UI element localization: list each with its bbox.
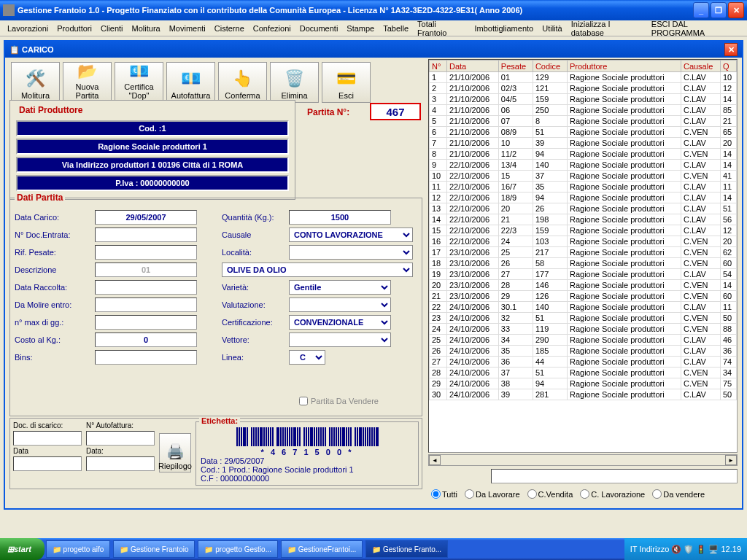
descr-input[interactable] [95,262,197,277]
clock[interactable]: 12.19 [721,545,741,553]
menu-item[interactable]: Clienti [96,23,128,34]
localita-select[interactable] [289,245,413,260]
table-row[interactable]: 2424/10/200633119Ragione Sociale produtt… [430,324,737,335]
minimize-button[interactable]: _ [693,2,709,18]
table-row[interactable]: 1022/10/20061537Ragione Sociale produtto… [430,171,737,182]
data-grid[interactable]: N°DataPesateCodiceProduttoreCausaleQ121/… [428,59,738,453]
taskbar-button[interactable]: 📁 Gestione Franto... [365,540,448,558]
menu-item[interactable]: Totali Frantoio [413,18,470,39]
grid-header[interactable]: Produttore [567,61,681,72]
rif-input[interactable] [95,245,197,260]
toolbar-button[interactable]: 💶Certifica "Dop" [115,62,163,103]
scroll-left-button[interactable]: ◄ [429,455,441,465]
table-row[interactable]: 721/10/20061039Ragione Sociale produttor… [430,138,737,149]
tray-icon[interactable]: 🖥️ [708,545,719,554]
grid-header[interactable]: Pesate [498,61,533,72]
data2-input[interactable] [86,456,155,471]
menu-item[interactable]: Movimenti [165,23,210,34]
ndoc-input[interactable] [95,228,197,242]
riepilogo-button[interactable]: 🖨️Riepilogo [159,433,191,472]
toolbar-button[interactable]: 📂Nuova Partita [63,62,112,103]
system-tray[interactable]: IT Indirizzo 🔇 🛡️ 🚦 🖥️ 12.19 [624,538,747,560]
toolbar-button[interactable]: 🛠️Molitura [11,62,60,103]
tray-icon[interactable]: 🔇 [671,545,681,554]
taskbar-button[interactable]: 📁 GestioneFrantoi... [281,540,363,558]
filter-radio[interactable]: Tutti [431,489,457,499]
costo-input[interactable] [95,332,197,347]
table-row[interactable]: 1622/10/200624103Ragione Sociale produtt… [430,236,737,247]
grid-header[interactable]: Data [447,61,499,72]
molire-input[interactable] [95,298,197,312]
tray-icon[interactable]: 🚦 [696,545,706,554]
vendere-checkbox[interactable] [299,397,308,405]
tray-icon[interactable]: 🛡️ [684,545,694,554]
toolbar-button[interactable]: 🗑️Elimina [270,62,319,103]
filter-radio[interactable]: C. Lavorazione [580,489,645,499]
toolbar-button[interactable]: 💶Autofattura [166,62,215,103]
raccolta-input[interactable] [95,280,197,295]
menu-item[interactable]: Inizializza I database [567,18,647,39]
table-row[interactable]: 2524/10/200634290Ragione Sociale produtt… [430,335,737,346]
menu-item[interactable]: ESCI DAL PROGRAMMA [647,18,744,39]
table-row[interactable]: 3024/10/200639281Ragione Sociale produtt… [430,389,737,400]
table-row[interactable]: 2023/10/200628146Ragione Sociale produtt… [430,280,737,291]
menu-item[interactable]: Utilità [538,23,567,34]
table-row[interactable]: 121/10/200601129Ragione Sociale produtto… [430,72,737,83]
table-row[interactable]: 821/10/200611/294Ragione Sociale produtt… [430,149,737,160]
table-row[interactable]: 2724/10/20063644Ragione Sociale produtto… [430,357,737,368]
taskbar-button[interactable]: 📁 Gestione Frantoio [113,540,195,558]
table-row[interactable]: 1122/10/200616/735Ragione Sociale produt… [430,182,737,192]
menu-item[interactable]: Documenti [295,23,343,34]
child-close-button[interactable]: ✕ [724,43,738,56]
nauto-input[interactable] [86,431,155,446]
nmax-input[interactable] [95,315,197,330]
toolbar-button[interactable]: 👆Conferma [218,62,267,103]
tipo-select[interactable]: OLIVE DA OLIO [222,262,413,277]
table-row[interactable]: 1923/10/200627177Ragione Sociale produtt… [430,269,737,280]
valut-select[interactable] [289,298,391,312]
toolbar-button[interactable]: 💳Esci [322,62,371,103]
grid-hscroll[interactable]: ◄ ► [428,454,738,466]
menu-item[interactable]: Cisterne [210,23,249,34]
lang-indicator[interactable]: IT [630,545,638,553]
taskbar-button[interactable]: 📁 progetto aifo [46,540,110,558]
table-row[interactable]: 521/10/2006078Ragione Sociale produttori… [430,116,737,127]
menu-item[interactable]: Molitura [128,23,165,34]
varieta-select[interactable]: Gentile [289,280,391,295]
data-carico-input[interactable] [95,210,197,225]
doc-scarico-input[interactable] [13,431,82,446]
menu-item[interactable]: Imbottigliamento [470,23,538,34]
table-row[interactable]: 1222/10/200618/994Ragione Sociale produt… [430,192,737,203]
grid-header[interactable]: N° [430,61,447,72]
table-row[interactable]: 221/10/200602/3121Ragione Sociale produt… [430,83,737,94]
filter-radio[interactable]: Da vendere [652,489,705,499]
qta-input[interactable] [289,210,391,225]
table-row[interactable]: 2924/10/20063894Ragione Sociale produtto… [430,378,737,389]
close-button[interactable]: ✕ [728,2,744,18]
grid-header[interactable]: Codice [533,61,567,72]
filter-radio[interactable]: C.Vendita [527,489,573,499]
table-row[interactable]: 321/10/200604/5159Ragione Sociale produt… [430,94,737,105]
grid-header[interactable]: Causale [681,61,720,72]
table-row[interactable]: 2624/10/200635185Ragione Sociale produtt… [430,346,737,357]
vettore-select[interactable] [289,332,391,347]
menu-item[interactable]: Tabelle [379,23,413,34]
menu-item[interactable]: Stampe [342,23,379,34]
grid-header[interactable]: Q [720,61,736,72]
menu-item[interactable]: Confezioni [249,23,295,34]
filter-radio[interactable]: Da Lavorare [465,489,520,499]
table-row[interactable]: 2224/10/200630.1140Ragione Sociale produ… [430,302,737,313]
maximize-button[interactable]: ❐ [711,2,727,18]
scroll-right-button[interactable]: ► [725,455,737,465]
cert-select[interactable]: CONVENZIONALE [289,315,391,330]
table-row[interactable]: 421/10/200606250Ragione Sociale produtto… [430,105,737,116]
table-row[interactable]: 2324/10/20063251Ragione Sociale produtto… [430,313,737,324]
table-row[interactable]: 1723/10/200625217Ragione Sociale produtt… [430,247,737,258]
bins-input[interactable] [95,350,197,365]
linea-select[interactable]: C [289,350,325,365]
table-row[interactable]: 1522/10/200622/3159Ragione Sociale produ… [430,225,737,236]
menu-item[interactable]: Lavorazioni [3,23,53,34]
table-row[interactable]: 621/10/200608/951Ragione Sociale produtt… [430,127,737,138]
causale-select[interactable]: CONTO LAVORAZIONE [289,228,413,242]
table-row[interactable]: 1422/10/200621198Ragione Sociale produtt… [430,214,737,225]
